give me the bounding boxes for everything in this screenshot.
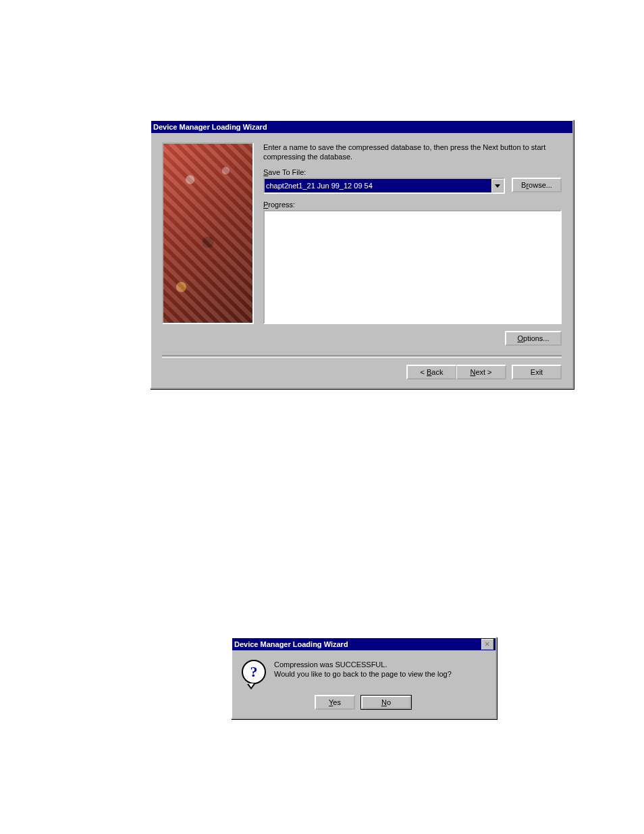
separator xyxy=(162,355,562,358)
close-icon: ✕ xyxy=(485,641,490,648)
wizard-instructions: Enter a name to save the compressed data… xyxy=(263,142,562,161)
back-next-pair: < Back Next > xyxy=(406,365,506,380)
question-icon-wrap xyxy=(242,660,266,684)
no-button[interactable]: No xyxy=(360,695,412,710)
wizard-columns: Enter a name to save the compressed data… xyxy=(162,142,562,324)
speech-tail-icon xyxy=(247,684,255,689)
progress-label: Progress: xyxy=(263,201,562,209)
yes-button[interactable]: Yes xyxy=(315,695,355,710)
messagebox-body: Compression was SUCCESSFUL. Would you li… xyxy=(232,650,495,718)
save-to-file-label: Save To File: xyxy=(263,168,562,176)
messagebox-titlebar: Device Manager Loading Wizard ✕ xyxy=(232,638,495,650)
messagebox-content-row: Compression was SUCCESSFUL. Would you li… xyxy=(242,660,485,684)
wizard-illustration xyxy=(162,142,254,324)
save-file-row: Browse... xyxy=(263,178,562,194)
wizard-window: Device Manager Loading Wizard Enter a na… xyxy=(150,120,574,389)
chevron-down-icon xyxy=(495,184,500,188)
messagebox-text: Compression was SUCCESSFUL. Would you li… xyxy=(274,660,452,679)
wizard-body: Enter a name to save the compressed data… xyxy=(151,133,572,388)
progress-textarea[interactable] xyxy=(263,210,562,324)
messagebox-line1: Compression was SUCCESSFUL. xyxy=(274,660,452,669)
options-button[interactable]: Options... xyxy=(505,331,562,346)
wizard-title: Device Manager Loading Wizard xyxy=(153,123,570,131)
messagebox-window: Device Manager Loading Wizard ✕ Compress… xyxy=(231,637,497,719)
options-row: Options... xyxy=(162,331,562,346)
close-button[interactable]: ✕ xyxy=(481,639,493,650)
exit-button[interactable]: Exit xyxy=(512,365,562,380)
question-icon xyxy=(242,660,266,684)
save-file-input[interactable] xyxy=(265,179,491,192)
save-file-dropdown-button[interactable] xyxy=(491,179,504,192)
messagebox-title: Device Manager Loading Wizard xyxy=(234,640,480,648)
next-button[interactable]: Next > xyxy=(456,365,506,380)
browse-button[interactable]: Browse... xyxy=(512,178,562,192)
back-button[interactable]: < Back xyxy=(406,365,456,380)
wizard-nav-row: < Back Next > Exit xyxy=(162,365,562,380)
messagebox-buttons: Yes No xyxy=(242,695,485,710)
save-file-combo[interactable] xyxy=(263,178,505,194)
wizard-titlebar: Device Manager Loading Wizard xyxy=(151,121,572,133)
wizard-right-column: Enter a name to save the compressed data… xyxy=(263,142,562,324)
messagebox-line2: Would you like to go back to the page to… xyxy=(274,669,452,679)
